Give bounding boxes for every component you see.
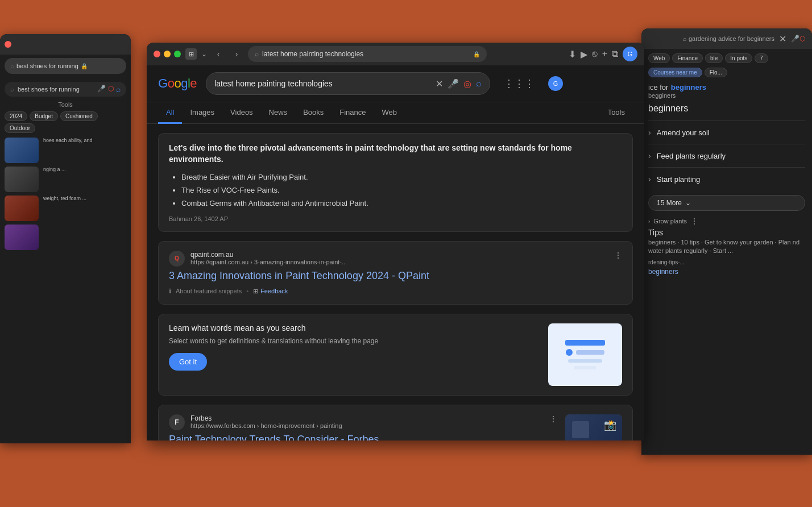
left-close-btn[interactable] [5, 41, 11, 48]
left-search-submit[interactable]: ⌕ [116, 85, 121, 94]
user-avatar[interactable]: G [623, 47, 637, 61]
left-image-results: hoes each ability, and nging a ... weigh… [5, 138, 126, 250]
tab-books[interactable]: Books [295, 102, 332, 124]
chevron-down-more-icon: ⌄ [685, 199, 691, 207]
nav-forward-btn[interactable]: › [230, 47, 243, 61]
right-close-icon[interactable]: ✕ [779, 34, 786, 44]
forbes-domain: Forbes [190, 414, 544, 422]
left-lens-icon[interactable]: ⬡ [108, 85, 114, 94]
left-browser-content: ⌕ best shoes for running 🎤 ⬡ ⌕ Tools 202… [0, 77, 131, 255]
forbes-result-text: F Forbes https://www.forbes.com › home-i… [169, 414, 557, 440]
main-search-input[interactable] [214, 79, 431, 88]
chip-outdoor[interactable]: Outdoor [5, 123, 35, 133]
tab-switcher-btn[interactable]: ⊞ [185, 48, 197, 60]
search-submit-btn[interactable]: ⌕ [476, 78, 482, 89]
right-chip-pots[interactable]: In pots [725, 53, 752, 63]
left-search-bar[interactable]: ⌕ best shoes for running 🎤 ⬡ ⌕ [5, 82, 126, 97]
right-lens-icon[interactable]: ⬡ [799, 35, 805, 43]
share-icon[interactable]: ⎋ [592, 49, 598, 59]
right-browser-window: ⌕ gardening advice for beginners ✕ 🎤 ⬡ W… [641, 28, 812, 455]
left-mic-icon[interactable]: 🎤 [97, 85, 106, 94]
learn-box: Learn what words mean as you search Sele… [158, 314, 633, 396]
left-thumb-1 [5, 138, 39, 163]
qpaint-source-info: qpaint.com.au https://qpaint.com.au › 3-… [190, 251, 608, 265]
qpaint-dots-icon[interactable]: ⋮ [614, 251, 622, 260]
voice-search-btn[interactable]: 🎤 [448, 78, 459, 89]
close-window-btn[interactable] [154, 51, 160, 57]
left-result-1: hoes each ability, and [5, 138, 126, 163]
left-desc-3: weight, ted foam ... [43, 196, 86, 202]
left-desc-2: nging a ... [43, 167, 66, 173]
right-section-header: ice for beginners [648, 82, 805, 92]
right-chip-flow[interactable]: Flo... [705, 68, 727, 77]
right-chip-finance[interactable]: Finance [672, 53, 703, 63]
left-thumb-2 [5, 167, 39, 192]
learn-title: Learn what words mean as you search [169, 323, 539, 333]
lens-search-btn[interactable]: ◎ [463, 78, 471, 89]
about-snippets-text[interactable]: About featured snippets [176, 288, 242, 294]
apps-icon[interactable]: ⋮⋮⋮ [504, 77, 535, 90]
main-address-bar[interactable]: ⌕ latest home painting technologies 🔒 [248, 46, 487, 62]
browser-content[interactable]: Google ✕ 🎤 ◎ ⌕ ⋮⋮⋮ G All Images Videos N… [147, 65, 644, 440]
right-chip-ble[interactable]: ble [705, 53, 723, 63]
tab-web[interactable]: Web [374, 102, 405, 124]
accordion-feed-plants[interactable]: › Feed plants regularly [648, 144, 805, 167]
forbes-favicon: F [169, 414, 185, 430]
right-source-dots-icon[interactable]: ⋮ [690, 217, 698, 226]
tab-finance[interactable]: Finance [332, 102, 374, 124]
accordion-amend-soil[interactable]: › Amend your soil [648, 120, 805, 144]
learn-text: Learn what words mean as you search Sele… [169, 323, 539, 371]
qpaint-source: Q qpaint.com.au https://qpaint.com.au › … [169, 251, 622, 267]
right-chip-web[interactable]: Web [648, 53, 670, 63]
new-tab-icon[interactable]: + [602, 49, 607, 59]
right-chip-7[interactable]: 7 [755, 53, 768, 63]
nav-back-btn[interactable]: ‹ [212, 47, 225, 61]
learn-img-line2 [568, 359, 602, 363]
left-search-icon: ⌕ [10, 63, 14, 69]
minimize-window-btn[interactable] [164, 51, 171, 57]
qpaint-favicon: Q [169, 251, 185, 267]
forbes-img-square [572, 421, 589, 438]
right-mic-icon[interactable]: 🎤 [791, 35, 799, 43]
left-lock-icon: 🔒 [81, 63, 88, 69]
learn-desc: Select words to get definitions & transl… [169, 336, 539, 346]
accordion-label-1: Amend your soil [657, 128, 710, 137]
main-search-icon: ⌕ [255, 50, 259, 58]
tab-videos[interactable]: Videos [222, 102, 261, 124]
chip-budget[interactable]: Budget [30, 111, 58, 121]
main-browser-window: ⊞ ⌄ ‹ › ⌕ latest home painting technolog… [147, 43, 644, 440]
tab-tools[interactable]: Tools [600, 102, 633, 124]
forbes-title-link[interactable]: Paint Technology Trends To Consider - Fo… [169, 434, 557, 440]
google-header: Google ✕ 🎤 ◎ ⌕ ⋮⋮⋮ G [147, 65, 644, 102]
qpaint-title-link[interactable]: 3 Amazing Innovations in Paint Technolog… [169, 270, 622, 282]
right-chip-courses[interactable]: Courses near me [648, 68, 702, 77]
tab-news[interactable]: News [261, 102, 296, 124]
right-tips-label: Tips [648, 228, 805, 237]
tab-all[interactable]: All [158, 102, 182, 124]
clear-search-btn[interactable]: ✕ [436, 78, 443, 89]
footer-dot: • [246, 288, 248, 294]
snippet-date: Bahman 26, 1402 AP [169, 215, 622, 222]
youtube-icon[interactable]: ▶ [581, 49, 587, 60]
more-button[interactable]: 15 More ⌄ [648, 195, 805, 211]
chevron-down-tab-icon[interactable]: ⌄ [201, 50, 207, 58]
learn-img-line3 [574, 366, 596, 369]
tab-images[interactable]: Images [182, 102, 222, 124]
feedback-link[interactable]: Feedback [260, 288, 288, 294]
tabs-icon[interactable]: ⧉ [612, 49, 618, 59]
got-it-button[interactable]: Got it [169, 353, 207, 371]
accordion-start-planting[interactable]: › Start planting [648, 167, 805, 190]
maximize-window-btn[interactable] [174, 51, 181, 57]
left-address-bar[interactable]: ⌕ best shoes for running 🔒 [5, 58, 126, 74]
download-icon[interactable]: ⬇ [569, 49, 576, 60]
left-result-2: nging a ... [5, 167, 126, 192]
right-browser-content: Web Finance ble In pots 7 Courses near m… [641, 49, 812, 280]
main-search-box[interactable]: ✕ 🎤 ◎ ⌕ [206, 72, 490, 95]
left-tools-label: Tools [5, 101, 126, 108]
main-user-avatar[interactable]: G [548, 76, 563, 91]
learn-img-line [576, 350, 604, 355]
bullet-3: Combat Germs with Antibacterial and Anti… [181, 198, 622, 210]
chip-cushioned[interactable]: Cushioned [60, 111, 98, 121]
forbes-dots-icon[interactable]: ⋮ [549, 414, 557, 423]
chip-2024[interactable]: 2024 [5, 111, 27, 121]
